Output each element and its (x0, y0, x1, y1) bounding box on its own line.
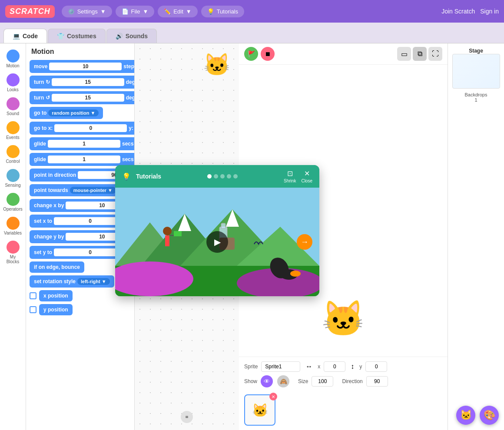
events-dot (7, 121, 20, 134)
settings-button[interactable]: ⚙️ Settings ▼ (62, 6, 112, 17)
dot-4[interactable] (227, 174, 231, 179)
gotox-input[interactable] (54, 124, 127, 132)
sidebar-item-sound[interactable]: Sound (2, 96, 24, 118)
close-tutorials-button[interactable]: ✕ Close (301, 169, 312, 183)
join-scratch-link[interactable]: Join Scratch (441, 8, 475, 15)
size-label: Size (298, 378, 308, 384)
stop-button[interactable]: ⏹ (261, 47, 275, 61)
block-goto[interactable]: go to random position ▼ (30, 107, 103, 119)
block-ypos-row[interactable]: y position (30, 304, 131, 315)
block-bounce[interactable]: if on edge, bounce (30, 261, 84, 273)
add-sprite-fab[interactable]: 🐱 (456, 406, 475, 425)
y-input[interactable] (365, 361, 387, 372)
size-input[interactable] (312, 376, 333, 387)
show-label: Show (244, 378, 257, 384)
tab-sounds[interactable]: 🔊 Sounds (106, 29, 157, 43)
shrink-button[interactable]: ⊡ Shrink (284, 169, 296, 183)
sign-in-link[interactable]: Sign in (480, 8, 499, 15)
rotation-dropdown[interactable]: left-right ▼ (77, 278, 110, 285)
x-input[interactable] (324, 361, 345, 372)
hide-eye-button[interactable]: 🙈 (277, 375, 289, 387)
sidebar-item-operators[interactable]: Operators (2, 191, 24, 213)
operators-dot (7, 193, 20, 206)
block-move[interactable]: move steps (30, 60, 135, 73)
sidebar-item-motion[interactable]: Motion (2, 48, 24, 70)
scroll-hint[interactable]: = (181, 411, 193, 423)
direction-label: Direction (342, 378, 362, 384)
block-gotoxy[interactable]: go to x: y: (30, 122, 135, 135)
sound-label: Sound (7, 111, 19, 116)
tab-code[interactable]: 💻 Code (3, 29, 47, 43)
tutorials-icon: 💡 (122, 172, 131, 181)
file-button[interactable]: 📄 File ▼ (116, 6, 155, 17)
sidebar-item-myblocks[interactable]: My Blocks (2, 239, 24, 266)
layout-buttons: ▭ ⧉ ⛶ (397, 47, 442, 61)
dot-2[interactable] (214, 174, 218, 179)
tutorials-nav-button[interactable]: 💡 Tutorials (201, 6, 244, 17)
layout-normal-button[interactable]: ▭ (397, 47, 411, 61)
myblocks-dot (7, 241, 20, 254)
block-glide[interactable]: glide secs to random position ▼ (30, 137, 135, 150)
dot-3[interactable] (220, 174, 225, 179)
layout-fullscreen-button[interactable]: ⛶ (428, 47, 442, 61)
towards-dropdown[interactable]: mouse-pointer ▼ (70, 187, 116, 194)
stage-controls: 🚩 ⏹ ▭ ⧉ ⛶ (239, 43, 448, 65)
next-tutorial-button[interactable]: → (297, 234, 312, 250)
glide-secs-input[interactable] (48, 140, 120, 148)
block-rotation[interactable]: set rotation style left-right ▼ (30, 275, 114, 288)
stage-title: Stage (469, 48, 483, 54)
operators-label: Operators (3, 207, 22, 212)
sensing-dot (7, 169, 20, 182)
scratch-logo: SCRATCH (5, 5, 55, 18)
control-dot (7, 145, 20, 158)
height-icon: ↕ (351, 363, 354, 370)
dot-1[interactable] (207, 174, 212, 179)
stage-cat-sprite: 🐱 (322, 298, 365, 339)
green-flag-button[interactable]: 🚩 (244, 47, 258, 61)
add-backdrop-fab[interactable]: 🎨 (480, 406, 499, 425)
dot-5[interactable] (233, 174, 238, 179)
sidebar-item-sensing[interactable]: Sensing (2, 167, 24, 189)
turn-cw-input[interactable] (52, 78, 124, 86)
xpos-checkbox[interactable] (30, 292, 36, 299)
block-towards[interactable]: point towards mouse-pointer ▼ (30, 184, 120, 196)
backdrops-label: Backdrops (465, 92, 487, 97)
tutorials-video: ▶ → (115, 188, 319, 296)
sidebar-item-events[interactable]: Events (2, 119, 24, 142)
category-sidebar: Motion Looks Sound Events Control Sensin… (0, 43, 26, 430)
stage-thumbnail[interactable] (452, 54, 500, 89)
top-nav: SCRATCH ⚙️ Settings ▼ 📄 File ▼ ✏️ Edit ▼… (0, 0, 504, 23)
sprite-info-panel: Sprite ↔ x ↕ y Show 👁 🙈 Size Direction (239, 357, 448, 430)
glidexy-secs-input[interactable] (48, 155, 120, 163)
show-eye-button[interactable]: 👁 (261, 375, 273, 387)
goto-dropdown[interactable]: random position ▼ (48, 109, 99, 116)
looks-label: Looks (7, 87, 19, 92)
block-turn-ccw[interactable]: turn ↺ degrees (30, 91, 135, 104)
sidebar-item-looks[interactable]: Looks (2, 72, 24, 94)
video-overlay: ▶ (115, 188, 319, 296)
tutorials-popup: 💡 Tutorials ⊡ Shrink ✕ Close (115, 165, 319, 296)
ypos-checkbox[interactable] (30, 306, 36, 313)
layout-split-button[interactable]: ⧉ (413, 47, 427, 61)
tutorials-dots (166, 174, 279, 179)
sprite-name-input[interactable] (261, 361, 300, 372)
delete-sprite-button[interactable]: ✕ (269, 393, 277, 400)
motion-label: Motion (6, 63, 19, 68)
move-icon: ↔ (305, 363, 312, 370)
block-ypos[interactable]: y position (39, 304, 73, 315)
play-button[interactable]: ▶ (206, 231, 228, 253)
sidebar-item-control[interactable]: Control (2, 143, 24, 165)
block-turn-cw[interactable]: turn ↻ degrees (30, 76, 135, 89)
turn-ccw-input[interactable] (52, 94, 124, 102)
direction-input[interactable] (366, 376, 388, 387)
motion-dot (7, 50, 20, 63)
sidebar-item-variables[interactable]: Variables (2, 215, 24, 237)
block-glidexy[interactable]: glide secs to x: y: (30, 153, 135, 166)
sprite-thumb-1[interactable]: 🐱 ✕ (244, 394, 275, 426)
fab-area: 🐱 🎨 (456, 406, 499, 425)
y-label: y (359, 364, 362, 370)
edit-button[interactable]: ✏️ Edit ▼ (158, 6, 197, 17)
move-steps-input[interactable] (49, 63, 122, 70)
tab-costumes[interactable]: 👕 Costumes (48, 29, 106, 43)
block-xpos[interactable]: x position (39, 290, 73, 301)
